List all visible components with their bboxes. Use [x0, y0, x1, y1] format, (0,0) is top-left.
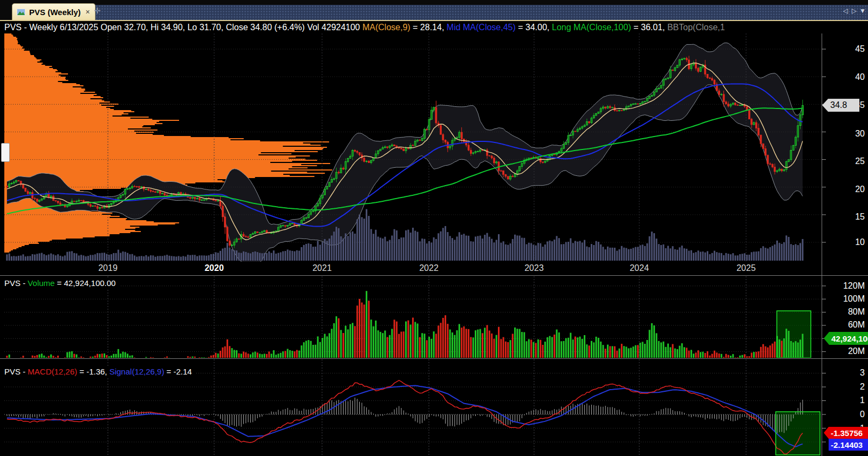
volume-value-badge: 42,924,100: [824, 332, 868, 345]
price-axis-label-10: 10: [826, 236, 865, 248]
macd-title-indicator: MACD(12,26): [28, 367, 77, 376]
title-ma45-value: = 34.00,: [516, 23, 552, 32]
title-ma45: Mid MA(Close,45): [447, 23, 516, 32]
main-chart-title: PVS - Weekly 6/13/2025 Open 32.70, Hi 34…: [0, 21, 868, 33]
volume-axis-label-120m: 120M: [826, 280, 865, 292]
badge-arrow-icon: [824, 332, 829, 345]
volume-title-value: = 42,924,100.00: [54, 278, 115, 288]
volume-axis-label-80m: 80M: [826, 306, 865, 318]
x-axis-label-2021: 2021: [300, 263, 344, 273]
new-view-icon[interactable]: ✛: [94, 6, 101, 16]
price-axis-label-20: 20: [826, 183, 865, 195]
chart-tab-icon: [17, 9, 25, 16]
signal-title-indicator: Signal(12,26,9): [110, 367, 165, 376]
badge-arrow-icon: [824, 427, 829, 439]
volume-axis-label-20m: 20M: [826, 345, 865, 357]
tab-label: PVS (Weekly): [29, 8, 81, 17]
macd-title-value: = -1.36,: [77, 367, 110, 376]
volume-title-indicator: Volume: [28, 278, 54, 288]
tab-scroll-right-icon[interactable]: ▷: [852, 7, 857, 15]
left-scrollbar-thumb[interactable]: [1, 143, 10, 162]
macd-axis-label-2: 2: [826, 381, 865, 393]
badge-arrow-icon: [822, 99, 828, 112]
volume-axis-label-100m: 100M: [826, 293, 865, 305]
title-bbtop: BBTop(Close,1: [667, 23, 725, 32]
volume-axis-label-60m: 60M: [826, 319, 865, 331]
volume-title-symbol: PVS -: [4, 278, 28, 288]
tab-scroll-left-icon[interactable]: ◁: [843, 7, 848, 15]
macd-pane-title: PVS - MACD(12,26) = -1.36, Signal(12,26,…: [4, 366, 196, 377]
charts-canvas[interactable]: [0, 0, 868, 456]
price-axis-label-25: 25: [826, 155, 865, 167]
amibroker-window: PVS (Weekly) × ✛ ◁ ▷ ▼ PVS - Weekly 6/13…: [0, 0, 868, 456]
tab-pvs-weekly[interactable]: PVS (Weekly) ×: [12, 3, 95, 20]
macd-axis-label-0: 0: [826, 409, 865, 420]
macd-value-badge: -1.35756: [824, 427, 868, 439]
last-price-badge: 34.8: [822, 99, 859, 112]
title-ohlc: PVS - Weekly 6/13/2025 Open 32.70, Hi 34…: [4, 23, 363, 32]
x-axis-label-2023: 2023: [512, 263, 556, 273]
title-ma100-value: = 36.01,: [631, 23, 667, 32]
x-axis-label-2020: 2020: [193, 263, 236, 273]
tabbar-bottom-border: [0, 20, 868, 21]
x-axis-label-2022: 2022: [407, 263, 450, 273]
tab-close-icon[interactable]: ×: [86, 8, 90, 16]
x-axis-label-2024: 2024: [618, 263, 661, 273]
price-axis-label-45: 45: [826, 43, 865, 55]
title-ma100: Long MA(Close,100): [552, 23, 631, 32]
price-axis-label-30: 30: [826, 128, 865, 140]
tab-strip-background: [12, 5, 868, 20]
macd-axis-label-1: 1: [826, 394, 865, 406]
tab-bar: PVS (Weekly) × ✛ ◁ ▷ ▼: [0, 0, 868, 20]
title-ma9: MA(Close,9): [363, 23, 411, 32]
volume-pane-title: PVS - Volume = 42,924,100.00: [4, 277, 120, 289]
signal-value-badge: -2.14403: [829, 439, 868, 451]
signal-title-value: = -2.14: [164, 367, 192, 376]
x-axis-label-2019: 2019: [86, 263, 129, 273]
macd-axis-label-3: 3: [826, 367, 865, 379]
macd-title-symbol: PVS -: [4, 367, 28, 376]
tab-menu-icon[interactable]: ▼: [859, 7, 866, 15]
price-axis-label-15: 15: [826, 211, 865, 223]
x-axis-label-2025: 2025: [725, 263, 768, 273]
price-axis-label-40: 40: [826, 71, 865, 83]
title-ma9-value: = 28.14,: [411, 23, 447, 32]
